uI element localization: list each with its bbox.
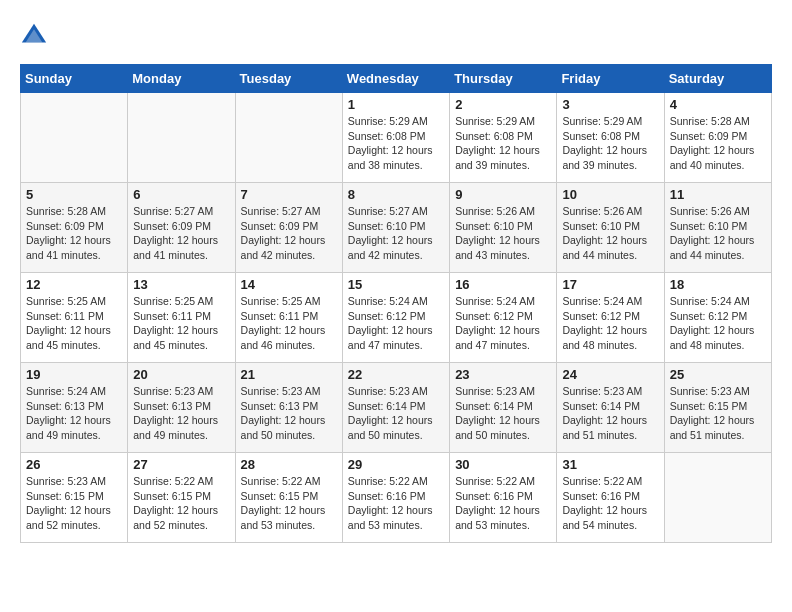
day-number: 4: [670, 97, 766, 112]
daylight-text: Daylight: 12 hours and 39 minutes.: [562, 143, 658, 172]
sunrise-text: Sunrise: 5:27 AM: [348, 204, 444, 219]
calendar-cell: 4Sunrise: 5:28 AMSunset: 6:09 PMDaylight…: [664, 93, 771, 183]
day-number: 9: [455, 187, 551, 202]
daylight-text: Daylight: 12 hours and 38 minutes.: [348, 143, 444, 172]
sunset-text: Sunset: 6:14 PM: [348, 399, 444, 414]
day-detail: Sunrise: 5:27 AMSunset: 6:10 PMDaylight:…: [348, 204, 444, 263]
calendar-cell: 25Sunrise: 5:23 AMSunset: 6:15 PMDayligh…: [664, 363, 771, 453]
day-detail: Sunrise: 5:22 AMSunset: 6:16 PMDaylight:…: [455, 474, 551, 533]
sunrise-text: Sunrise: 5:24 AM: [348, 294, 444, 309]
day-detail: Sunrise: 5:24 AMSunset: 6:12 PMDaylight:…: [562, 294, 658, 353]
day-number: 18: [670, 277, 766, 292]
day-detail: Sunrise: 5:26 AMSunset: 6:10 PMDaylight:…: [670, 204, 766, 263]
sunset-text: Sunset: 6:11 PM: [133, 309, 229, 324]
day-detail: Sunrise: 5:29 AMSunset: 6:08 PMDaylight:…: [562, 114, 658, 173]
day-number: 23: [455, 367, 551, 382]
calendar-cell: 3Sunrise: 5:29 AMSunset: 6:08 PMDaylight…: [557, 93, 664, 183]
daylight-text: Daylight: 12 hours and 53 minutes.: [455, 503, 551, 532]
daylight-text: Daylight: 12 hours and 42 minutes.: [348, 233, 444, 262]
sunset-text: Sunset: 6:11 PM: [241, 309, 337, 324]
sunset-text: Sunset: 6:09 PM: [26, 219, 122, 234]
sunset-text: Sunset: 6:15 PM: [670, 399, 766, 414]
day-detail: Sunrise: 5:24 AMSunset: 6:12 PMDaylight:…: [670, 294, 766, 353]
day-number: 27: [133, 457, 229, 472]
day-number: 7: [241, 187, 337, 202]
sunrise-text: Sunrise: 5:25 AM: [241, 294, 337, 309]
calendar-cell: [235, 93, 342, 183]
daylight-text: Daylight: 12 hours and 47 minutes.: [455, 323, 551, 352]
day-number: 30: [455, 457, 551, 472]
day-detail: Sunrise: 5:22 AMSunset: 6:16 PMDaylight:…: [348, 474, 444, 533]
daylight-text: Daylight: 12 hours and 41 minutes.: [133, 233, 229, 262]
sunset-text: Sunset: 6:15 PM: [241, 489, 337, 504]
day-detail: Sunrise: 5:27 AMSunset: 6:09 PMDaylight:…: [133, 204, 229, 263]
day-number: 29: [348, 457, 444, 472]
sunset-text: Sunset: 6:16 PM: [455, 489, 551, 504]
sunset-text: Sunset: 6:13 PM: [133, 399, 229, 414]
daylight-text: Daylight: 12 hours and 45 minutes.: [133, 323, 229, 352]
calendar-cell: [21, 93, 128, 183]
calendar-cell: [128, 93, 235, 183]
sunrise-text: Sunrise: 5:23 AM: [348, 384, 444, 399]
day-number: 21: [241, 367, 337, 382]
calendar-cell: 22Sunrise: 5:23 AMSunset: 6:14 PMDayligh…: [342, 363, 449, 453]
day-detail: Sunrise: 5:23 AMSunset: 6:14 PMDaylight:…: [455, 384, 551, 443]
day-detail: Sunrise: 5:23 AMSunset: 6:14 PMDaylight:…: [562, 384, 658, 443]
sunset-text: Sunset: 6:12 PM: [562, 309, 658, 324]
calendar-cell: [664, 453, 771, 543]
day-number: 14: [241, 277, 337, 292]
sunrise-text: Sunrise: 5:26 AM: [670, 204, 766, 219]
day-detail: Sunrise: 5:25 AMSunset: 6:11 PMDaylight:…: [241, 294, 337, 353]
weekday-header-monday: Monday: [128, 65, 235, 93]
logo: [20, 20, 52, 48]
daylight-text: Daylight: 12 hours and 43 minutes.: [455, 233, 551, 262]
calendar-cell: 20Sunrise: 5:23 AMSunset: 6:13 PMDayligh…: [128, 363, 235, 453]
calendar-week-2: 5Sunrise: 5:28 AMSunset: 6:09 PMDaylight…: [21, 183, 772, 273]
calendar-cell: 26Sunrise: 5:23 AMSunset: 6:15 PMDayligh…: [21, 453, 128, 543]
sunset-text: Sunset: 6:12 PM: [455, 309, 551, 324]
calendar-cell: 11Sunrise: 5:26 AMSunset: 6:10 PMDayligh…: [664, 183, 771, 273]
sunrise-text: Sunrise: 5:24 AM: [670, 294, 766, 309]
daylight-text: Daylight: 12 hours and 50 minutes.: [348, 413, 444, 442]
calendar-cell: 18Sunrise: 5:24 AMSunset: 6:12 PMDayligh…: [664, 273, 771, 363]
day-detail: Sunrise: 5:25 AMSunset: 6:11 PMDaylight:…: [26, 294, 122, 353]
daylight-text: Daylight: 12 hours and 52 minutes.: [26, 503, 122, 532]
day-detail: Sunrise: 5:25 AMSunset: 6:11 PMDaylight:…: [133, 294, 229, 353]
daylight-text: Daylight: 12 hours and 50 minutes.: [455, 413, 551, 442]
calendar-cell: 5Sunrise: 5:28 AMSunset: 6:09 PMDaylight…: [21, 183, 128, 273]
calendar-cell: 9Sunrise: 5:26 AMSunset: 6:10 PMDaylight…: [450, 183, 557, 273]
sunset-text: Sunset: 6:12 PM: [348, 309, 444, 324]
sunset-text: Sunset: 6:10 PM: [348, 219, 444, 234]
day-detail: Sunrise: 5:26 AMSunset: 6:10 PMDaylight:…: [455, 204, 551, 263]
day-number: 26: [26, 457, 122, 472]
sunrise-text: Sunrise: 5:26 AM: [455, 204, 551, 219]
day-detail: Sunrise: 5:29 AMSunset: 6:08 PMDaylight:…: [455, 114, 551, 173]
day-detail: Sunrise: 5:23 AMSunset: 6:15 PMDaylight:…: [26, 474, 122, 533]
daylight-text: Daylight: 12 hours and 45 minutes.: [26, 323, 122, 352]
weekday-header-tuesday: Tuesday: [235, 65, 342, 93]
sunset-text: Sunset: 6:14 PM: [455, 399, 551, 414]
day-number: 10: [562, 187, 658, 202]
daylight-text: Daylight: 12 hours and 52 minutes.: [133, 503, 229, 532]
day-detail: Sunrise: 5:23 AMSunset: 6:14 PMDaylight:…: [348, 384, 444, 443]
daylight-text: Daylight: 12 hours and 54 minutes.: [562, 503, 658, 532]
weekday-header-sunday: Sunday: [21, 65, 128, 93]
calendar-cell: 8Sunrise: 5:27 AMSunset: 6:10 PMDaylight…: [342, 183, 449, 273]
day-detail: Sunrise: 5:22 AMSunset: 6:15 PMDaylight:…: [241, 474, 337, 533]
day-number: 12: [26, 277, 122, 292]
sunset-text: Sunset: 6:14 PM: [562, 399, 658, 414]
daylight-text: Daylight: 12 hours and 51 minutes.: [562, 413, 658, 442]
calendar-week-1: 1Sunrise: 5:29 AMSunset: 6:08 PMDaylight…: [21, 93, 772, 183]
calendar-cell: 27Sunrise: 5:22 AMSunset: 6:15 PMDayligh…: [128, 453, 235, 543]
sunset-text: Sunset: 6:16 PM: [562, 489, 658, 504]
day-detail: Sunrise: 5:28 AMSunset: 6:09 PMDaylight:…: [26, 204, 122, 263]
logo-icon: [20, 20, 48, 48]
day-detail: Sunrise: 5:23 AMSunset: 6:13 PMDaylight:…: [133, 384, 229, 443]
calendar-cell: 29Sunrise: 5:22 AMSunset: 6:16 PMDayligh…: [342, 453, 449, 543]
day-number: 28: [241, 457, 337, 472]
sunset-text: Sunset: 6:08 PM: [348, 129, 444, 144]
calendar-cell: 13Sunrise: 5:25 AMSunset: 6:11 PMDayligh…: [128, 273, 235, 363]
day-number: 20: [133, 367, 229, 382]
calendar-week-5: 26Sunrise: 5:23 AMSunset: 6:15 PMDayligh…: [21, 453, 772, 543]
daylight-text: Daylight: 12 hours and 53 minutes.: [348, 503, 444, 532]
